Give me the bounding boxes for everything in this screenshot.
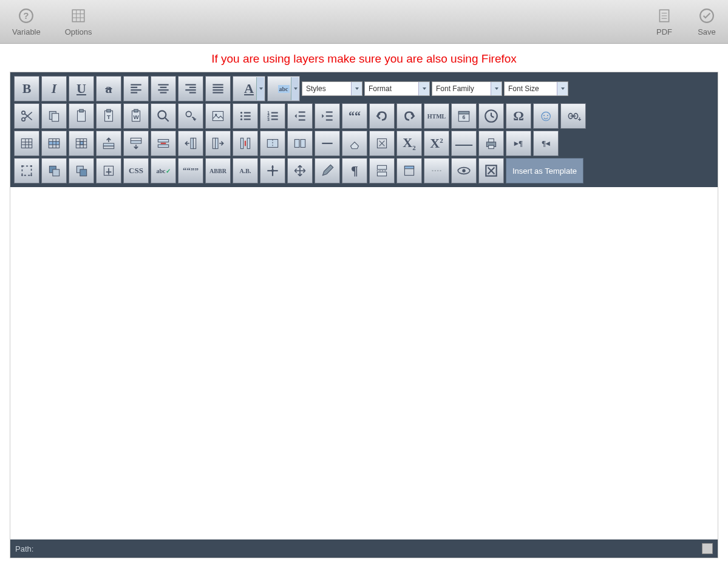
outdent-button[interactable] xyxy=(287,103,313,129)
svg-rect-109 xyxy=(489,139,494,142)
underline-button[interactable]: U xyxy=(69,76,94,101)
insert-row-before-button[interactable] xyxy=(96,131,121,156)
italic-button[interactable]: I xyxy=(41,76,67,101)
template-button[interactable] xyxy=(396,158,422,183)
subscript-button[interactable]: X2 xyxy=(396,131,422,156)
spellcheck-button[interactable]: abc✓ xyxy=(151,158,176,183)
insert-row-after-button[interactable] xyxy=(123,131,149,156)
svg-rect-99 xyxy=(216,138,218,148)
replace-button[interactable] xyxy=(178,103,203,129)
align-justify-button[interactable] xyxy=(205,76,231,101)
print-button[interactable] xyxy=(478,131,504,156)
find-button[interactable] xyxy=(151,103,176,129)
paste-button[interactable] xyxy=(69,103,94,129)
preview-button[interactable] xyxy=(451,158,477,183)
strike-button[interactable]: — xyxy=(451,131,477,156)
smiley-button[interactable]: ☺ xyxy=(533,103,559,129)
table-button[interactable] xyxy=(14,131,39,156)
align-center-button[interactable] xyxy=(151,76,176,101)
align-right-button[interactable] xyxy=(178,76,203,101)
insert-as-template-button[interactable]: Insert as Template xyxy=(506,158,583,183)
link-button[interactable]: + xyxy=(560,103,586,129)
bullet-list-icon xyxy=(237,108,253,124)
time-button[interactable] xyxy=(478,103,504,129)
svg-rect-94 xyxy=(158,140,168,142)
edit-button[interactable] xyxy=(315,158,340,183)
pagebreak-button[interactable] xyxy=(369,158,395,183)
layer-front-button[interactable] xyxy=(69,158,94,183)
numbered-list-icon: 123 xyxy=(265,108,281,124)
image-button[interactable] xyxy=(205,103,231,129)
superscript-button[interactable]: X2 xyxy=(424,131,449,156)
redo-button[interactable] xyxy=(396,103,422,129)
variable-button[interactable]: ? Variable xyxy=(12,7,41,36)
link-icon: + xyxy=(565,108,581,124)
date-button[interactable]: 6 xyxy=(451,103,477,129)
expand-icon xyxy=(483,163,499,179)
copy-button[interactable] xyxy=(41,103,67,129)
svg-rect-92 xyxy=(131,138,141,140)
rtl-button[interactable]: ¶◂ xyxy=(533,131,559,156)
highlight-button[interactable]: abc xyxy=(267,76,300,101)
css-button[interactable]: CSS xyxy=(123,158,149,183)
paste-text-button[interactable]: T xyxy=(96,103,121,129)
delete-row-button[interactable] xyxy=(151,131,176,156)
font-family-select[interactable]: Font Family xyxy=(432,81,502,96)
svg-text:+: + xyxy=(578,115,581,123)
styles-select[interactable]: Styles xyxy=(302,81,362,96)
insert-col-after-button[interactable] xyxy=(205,131,231,156)
pencil-icon xyxy=(319,163,335,179)
svg-rect-95 xyxy=(158,145,168,147)
quotes-button[interactable]: ““”” xyxy=(178,158,203,183)
search-icon xyxy=(155,108,171,124)
html-button[interactable]: HTML xyxy=(424,103,449,129)
redo-icon xyxy=(401,108,417,124)
dash-icon: — xyxy=(455,134,472,153)
numbered-list-button[interactable]: 123 xyxy=(260,103,285,129)
italic-icon: I xyxy=(52,81,57,97)
align-left-button[interactable] xyxy=(123,76,149,101)
hr-button[interactable] xyxy=(315,131,340,156)
bullet-list-button[interactable] xyxy=(233,103,258,129)
paste-word-button[interactable]: W xyxy=(123,103,149,129)
split-cells-button[interactable] xyxy=(260,131,285,156)
fullscreen-toggle-button[interactable] xyxy=(478,158,504,183)
ltr-button[interactable]: ▸¶ xyxy=(506,131,531,156)
merge-cells-button[interactable] xyxy=(287,131,313,156)
calendar-icon: 6 xyxy=(456,108,472,124)
cell-props-button[interactable] xyxy=(69,131,94,156)
text-color-button[interactable]: A xyxy=(233,76,265,101)
printer-icon xyxy=(483,135,499,151)
remove-format-button[interactable] xyxy=(342,131,367,156)
save-button[interactable]: Save xyxy=(698,7,716,36)
anchor-button[interactable] xyxy=(96,158,121,183)
move-layer-button[interactable] xyxy=(287,158,313,183)
nbsp-button[interactable] xyxy=(424,158,449,183)
pdf-button[interactable]: PDF xyxy=(655,7,673,36)
font-size-select[interactable]: Font Size xyxy=(504,81,568,96)
undo-button[interactable] xyxy=(369,103,395,129)
cut-button[interactable] xyxy=(14,103,39,129)
insert-col-before-button[interactable] xyxy=(178,131,203,156)
format-select[interactable]: Format xyxy=(364,81,430,96)
options-button[interactable]: Options xyxy=(65,7,92,36)
indent-button[interactable] xyxy=(315,103,340,129)
strikethrough-button[interactable]: a xyxy=(96,76,121,101)
layer-back-button[interactable] xyxy=(41,158,67,183)
cleanup-button[interactable] xyxy=(369,131,395,156)
abbr-button[interactable]: ABBR xyxy=(205,158,231,183)
resize-handle[interactable] xyxy=(702,543,713,554)
undo-icon xyxy=(374,108,390,124)
visual-chars-button[interactable]: ¶ xyxy=(342,158,367,183)
editor-content-area[interactable] xyxy=(10,187,718,539)
delete-col-button[interactable] xyxy=(233,131,258,156)
special-char-button[interactable]: Ω xyxy=(506,103,531,129)
svg-rect-33 xyxy=(52,114,59,122)
svg-rect-110 xyxy=(489,145,494,148)
blockquote-button[interactable]: ““ xyxy=(342,103,367,129)
acronym-button[interactable]: A.B. xyxy=(233,158,258,183)
insert-layer-button[interactable] xyxy=(260,158,285,183)
fullscreen-button[interactable] xyxy=(14,158,39,183)
bold-button[interactable]: B xyxy=(14,76,39,101)
row-props-button[interactable] xyxy=(41,131,67,156)
